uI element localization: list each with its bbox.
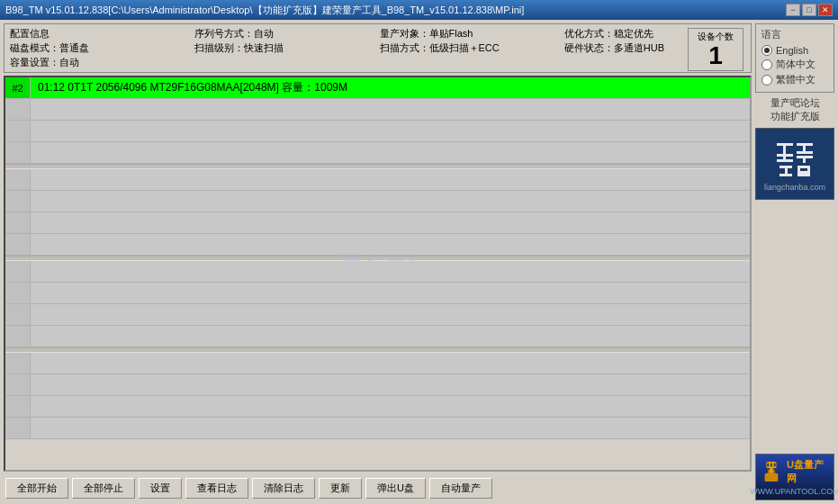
forum-line2: 功能扩充版 (755, 110, 834, 123)
stop-all-button[interactable]: 全部停止 (72, 478, 135, 499)
lang-simplified-radio[interactable] (761, 59, 772, 70)
maximize-button[interactable]: □ (802, 4, 816, 16)
toolbar: 全部开始 全部停止 设置 查看日志 清除日志 更新 弹出U盘 自动量产 (4, 474, 752, 500)
capacity-label: 容量设置：自动 (10, 56, 79, 69)
grid-group-1: #2 01:12 0T1T 2056/4096 MT29F16G08MAA[20… (5, 77, 750, 164)
upan-url: WWW.UPANTOOL.COM (750, 487, 838, 496)
upan-text-label: U盘量产网 (787, 458, 830, 485)
grid-row-g2-4 (5, 234, 750, 256)
grid-row-empty-3 (5, 142, 750, 164)
forum-link[interactable]: 量产吧论坛 功能扩充版 (755, 96, 834, 124)
view-log-button[interactable]: 查看日志 (185, 478, 248, 499)
grid-row-g3-4 (5, 326, 750, 347)
grid-row-g3-2 (5, 283, 750, 304)
row-num-g2-2 (5, 191, 31, 212)
svg-rect-17 (797, 174, 810, 176)
device-count-value: 1 (698, 43, 734, 68)
eject-button[interactable]: 弹出U盘 (365, 478, 426, 499)
svg-rect-9 (803, 156, 806, 163)
svg-rect-6 (803, 143, 806, 152)
info-target: 量产对象：单贴Flash (380, 27, 561, 40)
svg-rect-2 (783, 143, 786, 159)
grid-row-g4-4 (5, 418, 750, 439)
svg-rect-4 (777, 159, 793, 162)
titlebar: B98_TM v15.01.12.838[C:\Users\Administra… (0, 0, 838, 20)
info-scan-level: 扫描级别：快速扫描 (194, 41, 375, 55)
grid-group-3 (5, 261, 750, 347)
row-num-e3 (5, 142, 31, 163)
info-capacity: 容量设置：自动 (10, 56, 191, 69)
target-label: 量产对象：单贴Flash (380, 27, 473, 40)
forum-line1: 量产吧论坛 (755, 96, 834, 110)
row-content-2: 01:12 0T1T 2056/4096 MT29F16G08MAA[2048M… (31, 80, 750, 95)
logo-url: liangchanba.com (764, 183, 825, 192)
lang-simplified-label: 简体中文 (776, 58, 815, 71)
svg-rect-3 (777, 154, 793, 157)
brand-logo-icon (772, 136, 817, 181)
grid-group-4 (5, 353, 750, 439)
svg-rect-7 (797, 151, 813, 154)
info-grid: 配置信息 序列号方式：自动 量产对象：单贴Flash 优化方式：稳定优先 磁盘模… (10, 27, 745, 69)
info-scan-method: 扫描方式：低级扫描＋ECC (380, 41, 561, 55)
info-config: 配置信息 (10, 27, 191, 40)
disk-mode-label: 磁盘模式：普通盘 (10, 41, 89, 55)
svg-rect-12 (779, 174, 792, 176)
clear-log-button[interactable]: 清除日志 (252, 478, 315, 499)
svg-rect-24 (767, 464, 769, 467)
config-label: 配置信息 (10, 27, 50, 40)
grid-row-g3-1 (5, 261, 750, 283)
grid-row-empty-1 (5, 99, 750, 121)
lang-traditional-radio[interactable] (761, 75, 772, 86)
grid-row-g4-3 (5, 396, 750, 418)
upan-logo-area: U盘量产网 WWW.UPANTOOL.COM (755, 454, 834, 500)
row-num-g2-1 (5, 169, 31, 190)
svg-rect-22 (768, 470, 770, 473)
close-button[interactable]: ✕ (818, 4, 833, 16)
serial-label: 序列号方式：自动 (194, 27, 274, 40)
main-grid: 量产吧 liangchanba.com #2 01:12 0T1T 2056/4… (4, 76, 752, 472)
start-all-button[interactable]: 全部开始 (5, 478, 68, 499)
grid-group-2 (5, 169, 750, 256)
row-num-g2-4 (5, 234, 31, 255)
device-count-box: 设备个数 1 (688, 28, 743, 71)
scan-level-label: 扫描级别：快速扫描 (194, 41, 284, 55)
titlebar-buttons: − □ ✕ (786, 4, 833, 16)
info-disk-mode: 磁盘模式：普通盘 (10, 41, 191, 55)
lang-traditional-option[interactable]: 繁體中文 (761, 73, 828, 86)
lang-simplified-option[interactable]: 简体中文 (761, 58, 828, 71)
settings-button[interactable]: 设置 (139, 478, 182, 499)
titlebar-title: B98_TM v15.01.12.838[C:\Users\Administra… (5, 4, 786, 17)
row-num-g2-3 (5, 212, 31, 233)
svg-rect-25 (770, 464, 772, 467)
row-num-e2 (5, 121, 31, 141)
lang-traditional-label: 繁體中文 (776, 73, 815, 86)
row-number-2: #2 (5, 77, 31, 98)
optimize-label: 优化方式：稳定优先 (564, 27, 653, 40)
right-sidebar: 语言 English 简体中文 繁體中文 量产吧论坛 功能扩充版 (755, 23, 834, 500)
lang-english-radio[interactable] (761, 45, 772, 56)
left-area: 配置信息 序列号方式：自动 量产对象：单贴Flash 优化方式：稳定优先 磁盘模… (4, 23, 752, 500)
grid-row-g4-1 (5, 353, 750, 374)
svg-rect-20 (770, 468, 773, 473)
grid-row-g2-3 (5, 212, 750, 234)
auto-produce-button[interactable]: 自动量产 (429, 478, 492, 499)
lang-english-option[interactable]: English (761, 45, 828, 56)
hw-status-label: 硬件状态：多通道HUB (564, 41, 664, 55)
language-panel: 语言 English 简体中文 繁體中文 (755, 23, 834, 93)
language-title: 语言 (761, 28, 828, 41)
grid-row-g2-2 (5, 191, 750, 212)
grid-row-empty-2 (5, 121, 750, 142)
update-button[interactable]: 更新 (319, 478, 362, 499)
logo-area: liangchanba.com (755, 128, 834, 200)
svg-rect-21 (765, 473, 779, 482)
lang-english-label: English (776, 45, 808, 56)
main-window: 配置信息 序列号方式：自动 量产对象：单贴Flash 优化方式：稳定优先 磁盘模… (0, 20, 838, 504)
grid-row-g2-1 (5, 169, 750, 191)
svg-rect-23 (773, 470, 775, 473)
grid-row-g4-2 (5, 374, 750, 396)
minimize-button[interactable]: − (786, 4, 800, 16)
info-serial: 序列号方式：自动 (194, 27, 375, 40)
scan-method-label: 扫描方式：低级扫描＋ECC (380, 41, 500, 55)
upan-icon (760, 459, 783, 484)
info-panel: 配置信息 序列号方式：自动 量产对象：单贴Flash 优化方式：稳定优先 磁盘模… (4, 23, 752, 73)
